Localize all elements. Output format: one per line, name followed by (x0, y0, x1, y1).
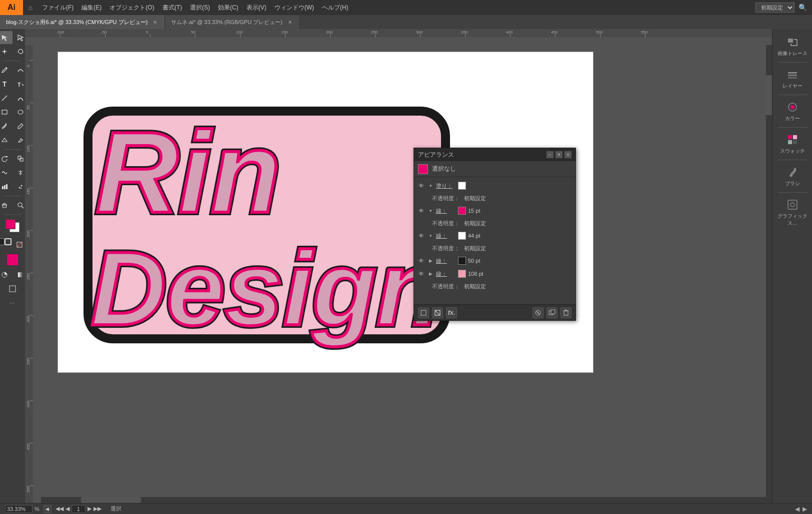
menu-view[interactable]: 表示(V) (242, 0, 270, 15)
page-input[interactable] (72, 505, 86, 513)
prev-page-btn[interactable]: ◀ (44, 505, 52, 513)
menu-window[interactable]: ウィンドウ(W) (270, 0, 318, 15)
opacity-stroke2-value[interactable]: 初期設定 (464, 245, 486, 252)
column-graph-tool[interactable] (0, 180, 12, 193)
fill-color-swatch[interactable] (458, 182, 466, 190)
duplicate-item-btn[interactable] (546, 307, 558, 318)
add-new-stroke-btn[interactable] (432, 307, 443, 318)
none-mode[interactable] (12, 238, 25, 251)
fill-eye-icon[interactable]: 👁 (417, 182, 425, 190)
appearance-close-btn[interactable]: ✕ (556, 151, 562, 158)
right-panel-color[interactable]: カラー (775, 98, 810, 124)
appearance-title-bar[interactable]: アピアランス − ✕ ≡ (414, 148, 576, 161)
appearance-row-stroke-4[interactable]: 👁 ▶ 線： 108 pt (414, 267, 576, 280)
selection-tool[interactable] (0, 31, 12, 44)
nav-prev[interactable]: ◀ (66, 505, 70, 512)
gradient-mode[interactable] (12, 268, 25, 281)
line-tool[interactable] (0, 92, 12, 105)
stroke4-eye-icon[interactable]: 👁 (417, 270, 425, 278)
width-tool[interactable] (12, 166, 25, 179)
opacity-fill-value[interactable]: 初期設定 (464, 195, 486, 202)
right-panel-graphics[interactable]: グラフィックス... (775, 196, 810, 229)
fill-mode[interactable] (0, 238, 4, 245)
lasso-tool[interactable] (12, 45, 25, 58)
menu-type[interactable]: 書式(T) (158, 0, 186, 15)
stroke1-label[interactable]: 線： (436, 207, 456, 215)
fill-chevron-icon[interactable]: ▾ (427, 182, 434, 189)
stroke4-color-swatch[interactable] (458, 270, 466, 278)
draw-mode-btn[interactable] (4, 282, 20, 295)
magic-wand-tool[interactable] (0, 45, 12, 58)
quick-color-swatch[interactable] (6, 254, 18, 266)
stroke3-color-swatch[interactable] (458, 257, 466, 265)
scale-tool[interactable] (12, 152, 25, 165)
appearance-row-stroke-2[interactable]: 👁 ▾ 線： 44 pt (414, 229, 576, 242)
tab-1[interactable]: blog-スクショ用6.ai* @ 33.33% (CMYK/GPU プレビュー… (0, 15, 165, 29)
artboard-nav-right[interactable]: ▶ (802, 505, 807, 512)
ellipse-tool[interactable] (12, 106, 25, 119)
appearance-row-stroke-3[interactable]: 👁 ▶ 線： 50 pt (414, 254, 576, 267)
touch-type-tool[interactable]: T (12, 78, 25, 91)
nav-prev-start[interactable]: ◀◀ (56, 505, 64, 512)
stroke3-label[interactable]: 線： (436, 257, 456, 265)
delete-item-btn[interactable] (560, 307, 572, 318)
right-panel-image-trace[interactable]: 画像トレース (775, 33, 810, 59)
zoom-tool[interactable] (12, 199, 25, 212)
arc-tool[interactable] (12, 92, 25, 105)
opacity-stroke4-value[interactable]: 初期設定 (464, 283, 486, 290)
search-icon[interactable]: 🔍 (798, 4, 807, 12)
shaper-tool[interactable] (0, 134, 12, 147)
pencil-tool[interactable] (12, 120, 25, 133)
menu-select[interactable]: 選択(S) (186, 0, 214, 15)
stroke1-eye-icon[interactable]: 👁 (417, 207, 425, 215)
color-mode[interactable] (0, 268, 12, 281)
zoom-input[interactable] (5, 505, 32, 513)
stroke2-chevron-icon[interactable]: ▾ (427, 232, 434, 239)
stroke-mode[interactable] (4, 238, 12, 245)
vertical-scrollbar[interactable] (766, 45, 772, 503)
stroke1-color-swatch[interactable] (458, 207, 466, 215)
paintbrush-tool[interactable] (0, 120, 12, 133)
right-panel-brush[interactable]: ブラシ (775, 163, 810, 189)
tab-2[interactable]: サムネ.ai* @ 33.33% (RGB/GPU プレビュー) ✕ (165, 15, 300, 29)
header-color-box[interactable] (418, 164, 428, 174)
menu-file[interactable]: ファイル(F) (38, 0, 78, 15)
appearance-row-stroke-1[interactable]: 👁 ▾ 線： 15 pt (414, 204, 576, 217)
menu-help[interactable]: ヘルプ(H) (318, 0, 352, 15)
appearance-menu-btn[interactable]: ≡ (564, 151, 572, 158)
type-tool[interactable]: T (0, 78, 12, 91)
menu-effect[interactable]: 効果(C) (214, 0, 242, 15)
stroke2-label[interactable]: 線： (436, 232, 456, 240)
warp-tool[interactable] (0, 166, 12, 179)
hand-tool[interactable] (0, 199, 12, 212)
menu-object[interactable]: オブジェクト(O) (106, 0, 158, 15)
direct-selection-tool[interactable] (12, 31, 25, 44)
right-panel-layers[interactable]: レイヤー (775, 66, 810, 92)
symbol-sprayer-tool[interactable] (12, 180, 25, 193)
add-new-fill-btn[interactable] (418, 307, 429, 318)
clear-appearance-btn[interactable] (532, 307, 544, 318)
stroke3-chevron-icon[interactable]: ▶ (427, 257, 434, 264)
home-button[interactable]: ⌂ (23, 0, 38, 15)
rotate-tool[interactable] (0, 152, 12, 165)
add-effect-btn[interactable]: fx. (446, 307, 457, 318)
stroke2-eye-icon[interactable]: 👁 (417, 232, 425, 240)
stroke4-chevron-icon[interactable]: ▶ (427, 270, 434, 277)
menu-edit[interactable]: 編集(E) (78, 0, 106, 15)
stroke3-eye-icon[interactable]: 👁 (417, 257, 425, 265)
stroke1-chevron-icon[interactable]: ▾ (427, 207, 434, 214)
foreground-color-swatch[interactable] (6, 219, 16, 229)
right-panel-swatches[interactable]: スウォッチ (775, 131, 810, 157)
artboard-nav-left[interactable]: ◀ (795, 505, 800, 512)
nav-next[interactable]: ▶ (88, 505, 92, 512)
appearance-row-fill[interactable]: 👁 ▾ 塗り： (414, 179, 576, 192)
more-tools-btn[interactable]: ··· (4, 296, 20, 309)
rectangle-tool[interactable] (0, 106, 12, 119)
horizontal-scrollbar[interactable] (41, 497, 766, 503)
nav-next-end[interactable]: ▶▶ (94, 505, 102, 512)
fill-label[interactable]: 塗り： (436, 182, 456, 190)
tab-1-close[interactable]: ✕ (152, 19, 158, 26)
curvature-tool[interactable] (12, 64, 25, 77)
pen-tool[interactable] (0, 64, 12, 77)
stroke4-label[interactable]: 線： (436, 270, 456, 278)
